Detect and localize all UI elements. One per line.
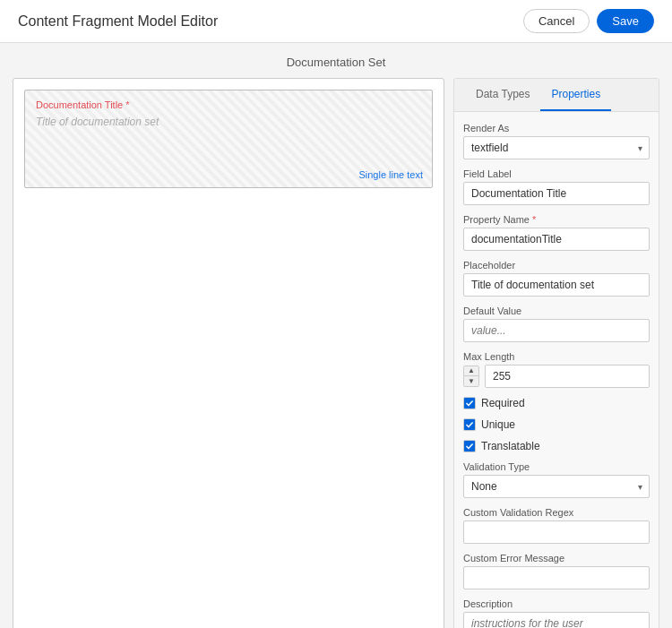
field-label-group: Field Label: [463, 168, 650, 205]
section-title: Documentation Set: [0, 43, 672, 78]
stepper-up-button[interactable]: ▲: [464, 366, 478, 376]
validation-type-group: Validation Type None Email URL Custom ▾: [463, 461, 650, 498]
custom-error-message-label: Custom Error Message: [463, 553, 650, 563]
main-content: Documentation Set Documentation Title * …: [0, 43, 672, 628]
required-star: *: [123, 99, 129, 110]
placeholder-label: Placeholder: [463, 260, 650, 271]
placeholder-group: Placeholder: [463, 260, 650, 297]
max-length-label: Max Length: [463, 351, 650, 362]
field-label: Documentation Title *: [36, 99, 421, 110]
validation-type-label: Validation Type: [463, 461, 650, 472]
max-length-stepper: ▲ ▼: [463, 366, 479, 387]
properties-panel: Data Types Properties Render As textfiel…: [453, 78, 659, 628]
property-name-group: Property Name *: [463, 214, 650, 251]
unique-checkbox[interactable]: [463, 418, 476, 431]
validation-type-select[interactable]: None Email URL Custom: [463, 475, 650, 498]
placeholder-input[interactable]: [463, 273, 650, 297]
checkmark-icon: [465, 399, 474, 408]
default-value-label: Default Value: [463, 305, 650, 316]
unique-label: Unique: [481, 418, 515, 431]
save-button[interactable]: Save: [597, 9, 654, 33]
translatable-label: Translatable: [481, 440, 540, 452]
description-group: Description: [463, 598, 650, 628]
required-label: Required: [481, 397, 525, 409]
field-type-badge: Single line text: [358, 169, 423, 180]
translatable-checkbox[interactable]: [463, 440, 476, 452]
default-value-group: Default Value: [463, 305, 650, 342]
description-textarea[interactable]: [463, 612, 650, 628]
property-name-input[interactable]: [463, 228, 650, 251]
header-actions: Cancel Save: [523, 9, 654, 33]
max-length-group: Max Length ▲ ▼: [463, 351, 650, 388]
required-group: Required: [463, 397, 650, 409]
default-value-input[interactable]: [463, 319, 650, 342]
canvas-panel: Documentation Title * Title of documenta…: [13, 78, 444, 628]
panel-body: Render As textfield textarea richtext ▾ …: [454, 112, 659, 628]
custom-validation-regex-label: Custom Validation Regex: [463, 507, 650, 518]
custom-validation-regex-input[interactable]: [463, 520, 650, 544]
tab-properties[interactable]: Properties: [540, 79, 611, 111]
header: Content Fragment Model Editor Cancel Sav…: [0, 0, 672, 43]
property-name-label: Property Name *: [463, 214, 650, 225]
cancel-button[interactable]: Cancel: [523, 9, 590, 33]
checkmark-icon: [465, 420, 474, 429]
stepper-down-button[interactable]: ▼: [464, 376, 478, 386]
field-item[interactable]: Documentation Title * Title of documenta…: [24, 90, 433, 188]
max-length-input[interactable]: [485, 365, 650, 388]
field-placeholder: Title of documentation set: [36, 116, 421, 128]
page-title: Content Fragment Model Editor: [18, 13, 218, 30]
translatable-group: Translatable: [463, 440, 650, 452]
validation-type-select-wrapper: None Email URL Custom ▾: [463, 475, 650, 498]
render-as-label: Render As: [463, 123, 650, 133]
content-area: Documentation Title * Title of documenta…: [0, 78, 672, 628]
unique-group: Unique: [463, 418, 650, 431]
render-as-select[interactable]: textfield textarea richtext: [463, 136, 650, 159]
description-label: Description: [463, 598, 650, 609]
required-checkbox[interactable]: [463, 397, 476, 409]
custom-error-message-input[interactable]: [463, 566, 650, 589]
field-label-label: Field Label: [463, 168, 650, 179]
render-as-group: Render As textfield textarea richtext ▾: [463, 123, 650, 159]
panel-tabs: Data Types Properties: [454, 79, 659, 112]
checkmark-icon: [465, 442, 474, 451]
render-as-select-wrapper: textfield textarea richtext ▾: [463, 136, 650, 159]
custom-error-message-group: Custom Error Message: [463, 553, 650, 589]
tab-data-types[interactable]: Data Types: [465, 79, 540, 111]
field-label-input[interactable]: [463, 182, 650, 205]
custom-validation-regex-group: Custom Validation Regex: [463, 507, 650, 544]
max-length-row: ▲ ▼: [463, 365, 650, 388]
